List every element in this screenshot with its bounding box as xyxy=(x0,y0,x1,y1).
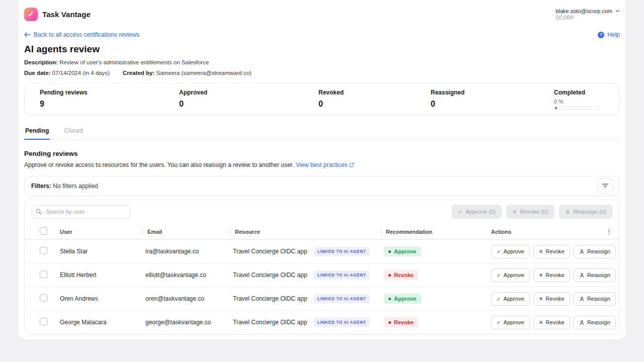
check-icon: ✓ xyxy=(497,296,501,302)
person-icon xyxy=(565,209,571,215)
user-name: Stella Star xyxy=(60,248,145,255)
row-checkbox[interactable] xyxy=(40,247,47,254)
recommendation-badge: Revoke xyxy=(384,270,418,280)
due-date-label: Due date: xyxy=(24,70,50,76)
filter-icon xyxy=(602,184,608,189)
column-user: User xyxy=(60,229,145,235)
section-description: Approve or revoke access to resources fo… xyxy=(24,161,620,168)
review-description: Description: Review of user's administra… xyxy=(24,59,620,65)
search-icon xyxy=(36,209,42,215)
x-icon: ✕ xyxy=(539,296,543,302)
reassign-button[interactable]: Reassign xyxy=(574,316,616,329)
filters-bar: Filters: No filters applied xyxy=(24,176,620,196)
linked-ai-agent-badge: LINKED TO AI AGENT xyxy=(314,294,370,303)
resource-name: Travel Concierge OIDC app xyxy=(233,295,307,302)
stat-completed-value: 0 % xyxy=(554,99,619,105)
check-icon: ✓ xyxy=(458,209,462,215)
stat-approved-value: 0 xyxy=(179,100,318,109)
x-icon: ✕ xyxy=(539,319,543,325)
revoke-button[interactable]: ✕Revoke xyxy=(533,316,570,329)
stat-reassigned-value: 0 xyxy=(431,100,554,109)
view-best-practices-link[interactable]: View best practices xyxy=(296,161,354,168)
tab-bar: Pending Closed xyxy=(24,127,620,140)
user-email: elliott@taskvantage.co xyxy=(145,272,233,279)
approve-button[interactable]: ✓Approve xyxy=(491,245,530,258)
stat-pending: Pending reviews 9 xyxy=(40,89,179,110)
help-icon: ? xyxy=(598,32,604,38)
main-sheet: ✓ Task Vantage blake.soto@ocorp.com OCOR… xyxy=(18,0,626,340)
row-checkbox[interactable] xyxy=(40,270,47,278)
column-recommendation: Recommendation xyxy=(384,229,486,235)
approve-button[interactable]: ✓Approve xyxy=(491,268,530,282)
revoke-button[interactable]: ✕Revoke xyxy=(533,245,570,258)
stat-completed: Completed 0 % xyxy=(554,89,619,110)
app-header: ✓ Task Vantage blake.soto@ocorp.com OCOR… xyxy=(24,0,620,28)
tab-pending[interactable]: Pending xyxy=(24,127,50,139)
column-email: Email xyxy=(145,229,233,235)
recommendation-badge: Approve xyxy=(384,246,421,256)
revoke-button[interactable]: ✕Revoke xyxy=(533,268,570,282)
filter-button[interactable] xyxy=(598,178,613,194)
column-divider xyxy=(142,229,143,235)
person-icon xyxy=(579,320,585,325)
x-icon: ✕ xyxy=(512,209,517,215)
table-toolbar: ✓ Approve (0) ✕ Revoke (0) Reassign (0) xyxy=(25,205,619,219)
check-icon: ✓ xyxy=(497,272,501,278)
tab-closed[interactable]: Closed xyxy=(63,127,84,139)
back-link-label: Back to all access certifications review… xyxy=(34,31,139,38)
check-icon: ✓ xyxy=(497,319,501,325)
stats-card: Pending reviews 9 Approved 0 Revoked 0 R… xyxy=(24,83,620,115)
help-link[interactable]: ? Help xyxy=(598,31,620,38)
created-by-value: Sameera (sameera@streamward.co) xyxy=(156,70,252,76)
person-icon xyxy=(579,273,585,278)
recommendation-badge: Approve xyxy=(384,294,421,304)
column-divider xyxy=(230,229,230,235)
progress-dot xyxy=(555,107,557,109)
back-link[interactable]: Back to all access certifications review… xyxy=(24,31,139,38)
linked-ai-agent-badge: LINKED TO AI AGENT xyxy=(314,247,370,256)
review-meta: Due date: 07/14/2024 (in 4 days) Created… xyxy=(24,70,620,76)
status-dot-icon xyxy=(388,298,391,300)
description-value: Review of user's administrative entitlem… xyxy=(59,59,209,65)
back-arrow-icon xyxy=(24,32,30,37)
chevron-down-icon xyxy=(615,10,620,13)
status-dot-icon xyxy=(388,321,391,324)
row-checkbox[interactable] xyxy=(40,294,47,302)
account-org: OCORP xyxy=(555,15,574,21)
reassign-button[interactable]: Reassign xyxy=(574,245,616,258)
approve-button[interactable]: ✓Approve xyxy=(491,316,530,329)
revoke-button[interactable]: ✕Revoke xyxy=(533,292,570,306)
stat-approved: Approved 0 xyxy=(179,89,318,110)
resource-name: Travel Concierge OIDC app xyxy=(233,319,307,326)
select-all-checkbox[interactable] xyxy=(40,227,47,235)
search-input[interactable] xyxy=(32,205,130,219)
user-email: oren@taskvantage.co xyxy=(145,295,233,302)
external-link-icon xyxy=(349,162,354,167)
bulk-reassign-button[interactable]: Reassign (0) xyxy=(559,205,612,219)
check-icon: ✓ xyxy=(497,248,501,254)
status-dot-icon xyxy=(388,274,391,277)
reviews-table-card: ✓ Approve (0) ✕ Revoke (0) Reassign (0) … xyxy=(24,200,620,334)
stat-pending-value: 9 xyxy=(40,100,179,109)
description-label: Description: xyxy=(24,59,58,65)
bulk-approve-button[interactable]: ✓ Approve (0) xyxy=(452,205,502,219)
bulk-revoke-button[interactable]: ✕ Revoke (0) xyxy=(506,205,554,219)
table-row: Elliott Herbert elliott@taskvantage.co T… xyxy=(25,263,619,287)
column-divider xyxy=(381,229,381,235)
reassign-button[interactable]: Reassign xyxy=(574,268,616,282)
brand: ✓ Task Vantage xyxy=(24,8,91,21)
account-menu[interactable]: blake.soto@ocorp.com OCORP xyxy=(555,8,620,21)
row-checkbox[interactable] xyxy=(40,318,47,325)
resource-name: Travel Concierge OIDC app xyxy=(233,248,307,255)
reassign-button[interactable]: Reassign xyxy=(574,292,616,306)
column-resource: Resource xyxy=(233,229,384,235)
approve-button[interactable]: ✓Approve xyxy=(491,292,530,306)
table-header-row: User Email Resource Recommendation Actio… xyxy=(25,224,619,239)
user-name: George Malacara xyxy=(60,319,145,326)
stat-reassigned: Reassigned 0 xyxy=(431,89,554,110)
table-row: Stella Star ira@taskvantage.co Travel Co… xyxy=(25,239,619,263)
user-email: george@taskvantage.co xyxy=(145,319,233,326)
stat-revoked-value: 0 xyxy=(318,100,431,109)
brand-name: Task Vantage xyxy=(42,10,91,19)
kebab-menu-icon[interactable]: ⋮ xyxy=(606,228,612,235)
